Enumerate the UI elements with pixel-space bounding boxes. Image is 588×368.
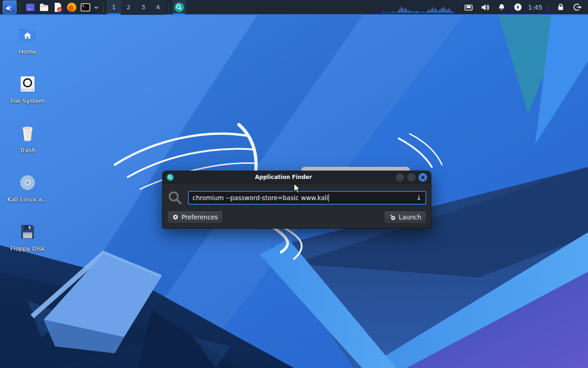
desktop-icon-label: Home bbox=[19, 48, 36, 55]
panel-separator bbox=[20, 2, 20, 12]
text-editor-icon bbox=[52, 2, 63, 13]
launcher-window-app[interactable] bbox=[23, 0, 37, 14]
gear-icon bbox=[172, 214, 179, 220]
window-title: Application Finder bbox=[174, 174, 393, 180]
lock-screen-button[interactable] bbox=[555, 2, 566, 13]
floppy-icon bbox=[17, 222, 38, 242]
panel-separator bbox=[169, 2, 169, 12]
terminal-icon: $_ bbox=[80, 2, 91, 13]
close-button[interactable] bbox=[418, 173, 427, 182]
workspace-3-label: 3 bbox=[141, 4, 145, 11]
home-folder-icon bbox=[17, 25, 38, 45]
launcher-file-manager[interactable] bbox=[37, 0, 51, 14]
power-bolt-icon bbox=[514, 3, 522, 12]
volume-icon bbox=[480, 2, 490, 12]
firefox-icon bbox=[66, 2, 77, 13]
chevron-down-icon bbox=[94, 6, 99, 9]
desktop-icon-filesystem[interactable]: File System bbox=[4, 74, 51, 105]
panel-clock[interactable]: 1:45 bbox=[528, 4, 543, 11]
preferences-button[interactable]: Preferences bbox=[167, 211, 223, 224]
text-caret bbox=[328, 194, 329, 202]
volume-tray-button[interactable] bbox=[480, 2, 491, 13]
titlebar[interactable]: Application Finder bbox=[163, 171, 431, 184]
cd-disc-icon bbox=[17, 172, 38, 193]
lock-icon bbox=[556, 3, 565, 12]
close-icon bbox=[421, 175, 425, 179]
application-finder-icon bbox=[174, 2, 185, 13]
desktop-icon-trash[interactable]: Trash bbox=[4, 123, 51, 154]
logout-button[interactable] bbox=[571, 2, 582, 13]
kali-logo-icon bbox=[5, 2, 15, 12]
bell-icon bbox=[497, 3, 506, 12]
workspace-2[interactable]: 2 bbox=[121, 0, 136, 15]
logout-icon bbox=[572, 2, 582, 12]
launch-run-icon bbox=[389, 214, 396, 221]
svg-text:$_: $_ bbox=[82, 4, 86, 8]
filesystem-drive-icon bbox=[17, 74, 38, 94]
launcher-firefox[interactable] bbox=[65, 0, 79, 14]
launch-button[interactable]: Launch bbox=[384, 211, 426, 224]
workspace-4[interactable]: 4 bbox=[151, 0, 165, 15]
kali-menu-button[interactable] bbox=[3, 0, 17, 14]
top-panel: $_ 1 2 3 4 bbox=[0, 0, 588, 15]
desktop-icon-label: Floppy Disk bbox=[10, 245, 45, 252]
workspace-4-label: 4 bbox=[156, 4, 160, 11]
panel-separator bbox=[548, 2, 549, 12]
desktop-icon-floppy[interactable]: Floppy Disk bbox=[4, 222, 51, 253]
launcher-text-editor[interactable] bbox=[51, 0, 65, 14]
workspace-1[interactable]: 1 bbox=[107, 0, 121, 15]
desktop-icon-kali-cd[interactable]: Kali Linux a… bbox=[4, 172, 51, 203]
window-app-icon bbox=[25, 2, 36, 13]
search-icon bbox=[167, 190, 183, 206]
file-manager-icon bbox=[39, 2, 50, 13]
desktop-icon-label: File System bbox=[11, 98, 45, 104]
history-dropdown-arrow[interactable]: ↓ bbox=[416, 194, 422, 202]
trash-icon bbox=[17, 123, 38, 144]
command-input[interactable]: chromium --password-store=basic www.kali… bbox=[188, 191, 426, 205]
panel-separator bbox=[103, 2, 103, 12]
workspace-2-label: 2 bbox=[127, 4, 130, 11]
taskbar-application-finder[interactable] bbox=[172, 0, 186, 15]
desktop-icon-label: Kali Linux a… bbox=[7, 196, 48, 203]
launch-button-label: Launch bbox=[399, 213, 421, 221]
desktop-icon-label: Trash bbox=[20, 147, 35, 154]
workspace-1-label: 1 bbox=[112, 4, 116, 11]
launcher-terminal[interactable]: $_ bbox=[79, 0, 92, 14]
power-manager-tray-button[interactable] bbox=[513, 2, 524, 13]
application-finder-window: Application Finder chromium --password-s… bbox=[162, 171, 431, 229]
command-input-value: chromium --password-store=basic www.kali bbox=[192, 194, 328, 201]
preferences-button-label: Preferences bbox=[181, 213, 218, 221]
workspace-3[interactable]: 3 bbox=[136, 0, 151, 15]
maximize-button[interactable] bbox=[407, 173, 416, 182]
ethernet-icon bbox=[464, 2, 474, 12]
launcher-dropdown-chevron[interactable] bbox=[92, 0, 100, 14]
minimize-button[interactable] bbox=[396, 173, 404, 182]
desktop-icon-home[interactable]: Home bbox=[4, 25, 51, 56]
notifications-tray-button[interactable] bbox=[496, 2, 507, 13]
network-tray-button[interactable] bbox=[463, 2, 474, 13]
netload-graph[interactable] bbox=[383, 1, 454, 13]
window-finder-icon bbox=[166, 173, 174, 181]
mouse-cursor bbox=[293, 183, 302, 194]
